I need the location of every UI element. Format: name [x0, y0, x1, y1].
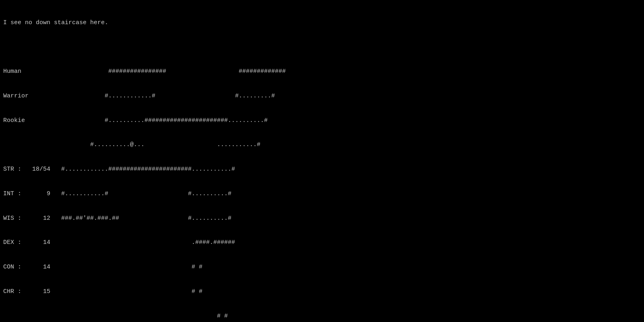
game-screen: I see no down staircase here. Human ####…	[3, 2, 641, 322]
map-row-9: # #	[50, 288, 202, 295]
con-label: CON : 14	[3, 264, 50, 270]
map-row-6: ###.##'##.###.## #..........#	[50, 215, 231, 222]
wis-line: WIS : 12 ###.##'##.###.## #..........#	[3, 215, 641, 223]
blank-line	[3, 43, 641, 51]
dex-line: DEX : 14 .####.######	[3, 239, 641, 247]
map-row-5: #...........# #..........#	[50, 190, 231, 197]
int-line: INT : 9 #...........# #..........#	[3, 190, 641, 198]
race-label: Human	[3, 68, 21, 75]
map-row-0: ################ #############	[21, 68, 286, 75]
chr-label: CHR : 15	[3, 288, 50, 295]
chr-line: CHR : 15 # #	[3, 288, 641, 296]
rank-label: Rookie	[3, 117, 25, 124]
rank-line: Rookie #..........######################…	[3, 117, 641, 125]
map-row-7: .####.######	[50, 239, 235, 246]
str-label: STR : 18/54	[3, 166, 50, 173]
map-row-2: #..........#######################......…	[25, 117, 268, 124]
wis-label: WIS : 12	[3, 215, 50, 222]
class-label: Warrior	[3, 93, 29, 99]
int-label: INT : 9	[3, 190, 50, 197]
dex-label: DEX : 14	[3, 239, 50, 246]
str-line: STR : 18/54 #............###############…	[3, 165, 641, 173]
race-line: Human ################ #############	[3, 68, 641, 76]
con-line: CON : 14 # #	[3, 263, 641, 271]
class-line: Warrior #............# #.........#	[3, 92, 641, 100]
map-row-1: #............# #.........#	[29, 93, 275, 99]
map-row-4: #............#######################....…	[50, 166, 235, 173]
blank2: #..........@... ...........#	[3, 141, 641, 149]
map-row-8: # #	[50, 264, 202, 270]
blank3: # #	[3, 312, 641, 320]
message-line: I see no down staircase here.	[3, 19, 641, 27]
map-row-3: #..........@... ...........#	[3, 141, 260, 148]
